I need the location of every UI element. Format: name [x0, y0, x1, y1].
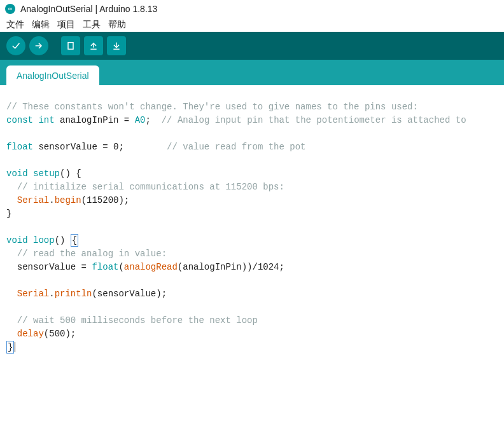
code-token: analogRead — [124, 262, 178, 272]
code-token — [6, 329, 17, 339]
code-token: () — [55, 235, 71, 245]
code-token: ; — [145, 115, 161, 125]
code-token: (500); — [44, 329, 76, 339]
svg-rect-1 — [68, 43, 73, 50]
tab-active[interactable]: AnalogInOutSerial — [6, 65, 99, 85]
code-token: // value read from the pot — [167, 142, 305, 152]
arrow-down-icon — [111, 41, 122, 51]
code-token: void — [6, 168, 28, 179]
bracket-highlight: } — [6, 341, 14, 354]
code-token: println — [55, 289, 92, 299]
code-token: sensorValue = 0; — [33, 142, 167, 152]
code-token: // wait 500 milliseconds before the next… — [6, 315, 258, 326]
code-token: delay — [17, 329, 44, 339]
code-token: Serial — [17, 289, 49, 299]
code-token: } — [6, 209, 11, 219]
code-token: analogInPin = — [55, 115, 135, 125]
save-sketch-button[interactable] — [107, 36, 126, 55]
check-icon — [11, 41, 21, 51]
code-token: (115200); — [81, 195, 130, 205]
code-token: float — [92, 262, 118, 272]
open-sketch-button[interactable] — [84, 36, 103, 55]
text-cursor — [15, 342, 15, 352]
window-title: AnalogInOutSerial | Arduino 1.8.13 — [20, 4, 157, 14]
upload-button[interactable] — [29, 36, 48, 55]
code-token: ( — [118, 262, 123, 272]
tabbar: AnalogInOutSerial — [0, 60, 504, 85]
code-token: const — [6, 115, 33, 125]
code-token: . — [49, 289, 54, 299]
code-editor[interactable]: // These constants won't change. They're… — [0, 85, 504, 361]
arduino-app-icon: ∞ — [5, 4, 15, 14]
code-token: . — [49, 195, 54, 205]
arrow-up-icon — [88, 41, 99, 51]
verify-button[interactable] — [6, 36, 25, 55]
new-sketch-button[interactable] — [61, 36, 80, 55]
code-token: () { — [60, 168, 81, 179]
code-token: (analogInPin))/1024; — [178, 262, 284, 272]
code-token: loop — [33, 235, 55, 245]
toolbar — [0, 32, 504, 60]
code-line: // These constants won't change. They're… — [6, 102, 418, 112]
menubar: 文件 编辑 项目 工具 帮助 — [0, 18, 504, 32]
code-token: // Analog input pin that the potentiomet… — [162, 115, 466, 125]
menu-edit[interactable]: 编辑 — [29, 19, 52, 31]
menu-file[interactable]: 文件 — [4, 19, 27, 31]
bracket-highlight: { — [71, 234, 78, 247]
menu-sketch[interactable]: 项目 — [55, 19, 78, 31]
titlebar: ∞ AnalogInOutSerial | Arduino 1.8.13 — [0, 0, 504, 18]
menu-help[interactable]: 帮助 — [106, 19, 129, 31]
code-token: (sensorValue); — [92, 289, 167, 299]
code-token — [6, 195, 17, 205]
code-token: void — [6, 235, 28, 245]
code-token: Serial — [17, 195, 49, 205]
menu-tools[interactable]: 工具 — [80, 19, 103, 31]
code-token: // read the analog in value: — [6, 249, 167, 259]
code-token: float — [6, 142, 33, 152]
code-token: begin — [55, 195, 81, 205]
code-token: int — [38, 115, 54, 125]
code-token — [6, 289, 17, 299]
code-token: setup — [33, 168, 60, 179]
arrow-right-icon — [34, 41, 44, 51]
code-token: A0 — [135, 115, 146, 125]
file-icon — [66, 41, 76, 51]
code-token: // initialize serial communications at 1… — [6, 182, 284, 192]
code-token: sensorValue = — [6, 262, 92, 272]
